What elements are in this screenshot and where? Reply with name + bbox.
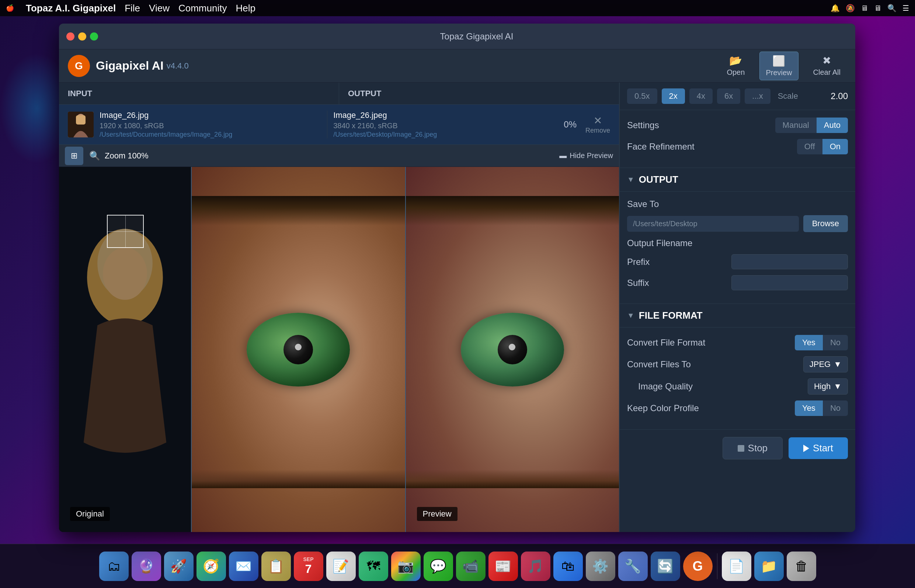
- dock-mail[interactable]: ✉️: [229, 551, 258, 581]
- preview-button[interactable]: ⬜ Preview: [760, 52, 798, 80]
- scale-custom[interactable]: ...x: [745, 89, 770, 104]
- hide-preview-icon: ▬: [559, 152, 567, 160]
- stop-label: Stop: [748, 443, 768, 454]
- dock-notes[interactable]: 📋: [261, 551, 291, 581]
- dock-reminders[interactable]: 📝: [326, 551, 356, 581]
- face-refinement-row: Face Refinement Off On: [627, 139, 848, 154]
- dock-alttab[interactable]: 🔧: [618, 551, 648, 581]
- screen-icon[interactable]: 🖥: [861, 4, 868, 13]
- dnd-icon[interactable]: 🔕: [846, 4, 855, 13]
- remove-button[interactable]: ✕ Remove: [585, 115, 610, 134]
- dock-document[interactable]: 📄: [722, 551, 751, 581]
- convert-yes-button[interactable]: Yes: [795, 335, 823, 351]
- dock-finder[interactable]: 🗂: [99, 551, 129, 581]
- grid-view-button[interactable]: ⊞: [65, 147, 83, 165]
- input-path: /Users/test/Documents/Images/Image_26.jp…: [100, 131, 321, 139]
- prefix-row: Prefix: [627, 254, 848, 269]
- minimize-button[interactable]: [78, 32, 86, 40]
- dock-trash[interactable]: 🗑: [787, 551, 816, 581]
- dock-topaz-gigapixel[interactable]: G: [683, 551, 713, 581]
- action-bar: Stop Start: [620, 430, 855, 467]
- browse-button[interactable]: Browse: [803, 215, 848, 232]
- io-header: INPUT OUTPUT: [59, 82, 619, 105]
- maximize-button[interactable]: [90, 32, 98, 40]
- format-select[interactable]: JPEG ▼: [803, 356, 848, 373]
- suffix-input[interactable]: [731, 275, 848, 290]
- face-on-button[interactable]: On: [823, 139, 848, 154]
- scale-4x[interactable]: 4x: [689, 89, 713, 104]
- file-thumbnail: [68, 111, 94, 137]
- search-icon[interactable]: 🔍: [887, 4, 897, 13]
- auto-button[interactable]: Auto: [816, 118, 848, 133]
- open-button[interactable]: 📂 Open: [721, 52, 751, 80]
- close-button[interactable]: [66, 32, 74, 40]
- clear-all-label: Clear All: [813, 68, 841, 77]
- main-content: INPUT OUTPUT: [59, 82, 855, 532]
- start-button[interactable]: Start: [789, 437, 848, 459]
- image-quality-row: Image Quality High ▼: [638, 378, 848, 394]
- output-label: OUTPUT: [348, 89, 381, 99]
- keep-color-label: Keep Color Profile: [627, 403, 795, 414]
- dock-photos[interactable]: 📷: [391, 551, 421, 581]
- dock-topaz-other[interactable]: 🔄: [651, 551, 680, 581]
- output-section-header[interactable]: ▼ OUTPUT: [620, 168, 855, 192]
- view-menu[interactable]: View: [149, 3, 170, 14]
- clear-all-button[interactable]: ✖ Clear All: [807, 52, 847, 80]
- logo-letter: G: [75, 60, 83, 72]
- processed-eye-visual: [406, 167, 619, 532]
- quality-select[interactable]: High ▼: [808, 378, 848, 394]
- open-label: Open: [727, 68, 745, 77]
- notification-icon[interactable]: 🔔: [831, 4, 840, 13]
- convert-no-button[interactable]: No: [823, 335, 848, 351]
- output-filename: Image_26.jpeg: [333, 110, 555, 120]
- monitor-icon[interactable]: 🖥: [874, 4, 881, 13]
- minimap-panel: Original: [59, 167, 192, 532]
- apple-menu[interactable]: 🍎: [6, 4, 14, 12]
- prefix-input[interactable]: [731, 254, 848, 269]
- quality-value: High: [814, 382, 831, 391]
- dock-music[interactable]: 🎵: [521, 551, 551, 581]
- input-col-header: INPUT: [59, 82, 339, 105]
- dock-safari[interactable]: 🧭: [196, 551, 226, 581]
- window-controls: [66, 32, 98, 40]
- help-menu[interactable]: Help: [236, 3, 255, 14]
- eyelash-bottom: [192, 470, 405, 488]
- dock-appstore[interactable]: 🛍: [553, 551, 583, 581]
- dock-system-prefs[interactable]: ⚙️: [586, 551, 615, 581]
- scale-value: 2.00: [831, 91, 848, 101]
- progress-percentage: 0%: [564, 120, 577, 130]
- processed-eyelash-bottom: [406, 470, 619, 488]
- list-icon[interactable]: ☰: [902, 4, 909, 13]
- dock-siri[interactable]: 🔮: [131, 551, 161, 581]
- file-format-title: FILE FORMAT: [639, 310, 703, 321]
- community-menu[interactable]: Community: [178, 3, 227, 14]
- pupil: [283, 335, 313, 364]
- face-off-button[interactable]: Off: [797, 139, 823, 154]
- open-icon: 📂: [729, 55, 742, 67]
- keep-color-yes[interactable]: Yes: [795, 401, 823, 416]
- manual-button[interactable]: Manual: [775, 118, 816, 133]
- app-name-menu[interactable]: Topaz A.I. Gigapixel: [26, 3, 116, 14]
- dock-calendar[interactable]: SEP 7: [294, 551, 323, 581]
- hide-preview-button[interactable]: ▬ Hide Preview: [559, 152, 613, 160]
- scale-label: Scale: [778, 91, 798, 101]
- scale-2x[interactable]: 2x: [662, 89, 685, 104]
- file-menu[interactable]: File: [125, 3, 140, 14]
- dock-messages[interactable]: 💬: [424, 551, 453, 581]
- preview-toolbar: ⊞ 🔍 Zoom 100% ▬ Hide Preview: [59, 145, 619, 167]
- stop-button[interactable]: Stop: [722, 437, 783, 459]
- dock-finder2[interactable]: 📁: [754, 551, 784, 581]
- dock-news[interactable]: 📰: [489, 551, 518, 581]
- dock-maps[interactable]: 🗺: [359, 551, 388, 581]
- scale-0.5x[interactable]: 0.5x: [627, 89, 658, 104]
- face-refinement-label: Face Refinement: [627, 142, 797, 152]
- scale-6x[interactable]: 6x: [717, 89, 740, 104]
- input-file-info: Image_26.jpg 1920 x 1080, sRGB /Users/te…: [100, 110, 321, 139]
- dock-facetime[interactable]: 📹: [456, 551, 486, 581]
- dock-launchpad[interactable]: 🚀: [164, 551, 194, 581]
- zoom-icon[interactable]: 🔍: [89, 151, 100, 161]
- left-panel: INPUT OUTPUT: [59, 82, 619, 532]
- file-format-settings: Convert File Format Yes No Convert Files…: [620, 328, 855, 430]
- file-format-section-header[interactable]: ▼ FILE FORMAT: [620, 304, 855, 328]
- keep-color-no[interactable]: No: [823, 401, 848, 416]
